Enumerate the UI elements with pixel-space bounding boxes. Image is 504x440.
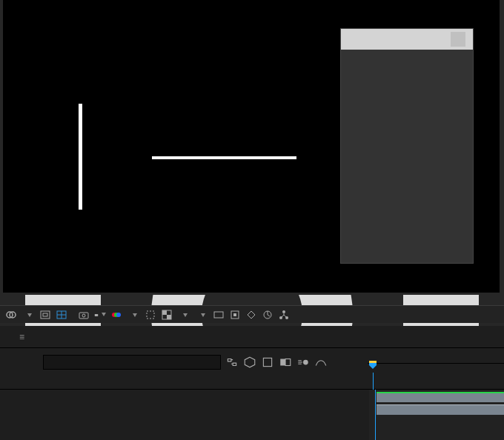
layer-search-input[interactable] bbox=[43, 355, 221, 370]
svg-rect-26 bbox=[369, 361, 377, 363]
svg-rect-22 bbox=[263, 358, 271, 366]
svg-rect-5 bbox=[79, 313, 88, 319]
snapshot-show-icon[interactable] bbox=[94, 309, 106, 321]
svg-point-25 bbox=[303, 360, 308, 365]
mask-toggle-icon[interactable] bbox=[5, 309, 17, 321]
viewer-footer-bar bbox=[0, 305, 504, 323]
timeline-tab-comp1[interactable] bbox=[0, 326, 15, 348]
svg-rect-14 bbox=[167, 315, 171, 319]
zoom-dropdown[interactable] bbox=[21, 310, 35, 319]
timeline-panel-menu-icon[interactable]: ≡ bbox=[19, 332, 24, 342]
timeline-link-icon[interactable] bbox=[262, 309, 273, 321]
svg-rect-3 bbox=[43, 313, 47, 316]
camera-dropdown[interactable] bbox=[177, 310, 190, 319]
shape-vertical-line bbox=[79, 104, 82, 210]
draft3d-icon[interactable] bbox=[243, 356, 256, 369]
share-view-icon[interactable] bbox=[213, 309, 225, 321]
svg-rect-11 bbox=[147, 311, 154, 319]
timeline-header bbox=[0, 348, 504, 376]
timeline-columns-header bbox=[0, 376, 504, 390]
composition-viewer bbox=[0, 0, 504, 295]
playhead-cti[interactable] bbox=[368, 361, 378, 377]
views-dropdown[interactable] bbox=[195, 310, 208, 319]
timeline-panel: ≡ bbox=[0, 326, 504, 440]
trim-pack-panel bbox=[340, 28, 474, 264]
timeline-tab-bar: ≡ bbox=[0, 326, 504, 348]
svg-rect-7 bbox=[95, 313, 99, 316]
svg-rect-23 bbox=[280, 359, 285, 366]
channel-icon[interactable] bbox=[110, 309, 122, 321]
frame-blend-icon[interactable] bbox=[279, 356, 292, 369]
fast-preview-icon[interactable] bbox=[245, 309, 257, 321]
svg-rect-2 bbox=[41, 311, 50, 319]
graph-editor-icon[interactable] bbox=[314, 356, 328, 369]
svg-rect-24 bbox=[285, 359, 291, 366]
safe-zones-icon[interactable] bbox=[39, 309, 51, 321]
time-ruler-area[interactable] bbox=[368, 348, 504, 376]
shape-horizontal-line bbox=[152, 156, 296, 159]
grid-icon[interactable] bbox=[56, 309, 67, 321]
svg-point-6 bbox=[82, 314, 85, 317]
svg-rect-17 bbox=[233, 313, 236, 316]
trim-pack-title-text bbox=[348, 29, 451, 50]
roi-icon[interactable] bbox=[145, 309, 156, 321]
pixel-aspect-icon[interactable] bbox=[229, 309, 241, 321]
trim-pack-titlebar[interactable] bbox=[341, 29, 473, 50]
trim-pack-tab-close[interactable] bbox=[451, 32, 465, 47]
motion-blur-icon[interactable] bbox=[296, 356, 310, 369]
timeline-track-area[interactable] bbox=[369, 390, 504, 440]
time-ruler[interactable] bbox=[368, 363, 504, 375]
layer-bar-2[interactable] bbox=[377, 404, 504, 415]
svg-rect-13 bbox=[162, 310, 167, 315]
svg-point-19 bbox=[282, 310, 285, 313]
comp-mini-flowchart-icon[interactable] bbox=[225, 356, 239, 369]
hide-shy-icon[interactable] bbox=[261, 356, 274, 369]
layer-bar-1[interactable] bbox=[377, 392, 504, 402]
flowchart-icon[interactable] bbox=[278, 309, 290, 321]
transparency-grid-icon[interactable] bbox=[161, 309, 173, 321]
cti-line[interactable] bbox=[375, 390, 376, 440]
snapshot-icon[interactable] bbox=[78, 309, 90, 321]
timeline-timecode-block[interactable] bbox=[0, 348, 43, 376]
resolution-dropdown[interactable] bbox=[127, 310, 140, 319]
svg-point-10 bbox=[116, 313, 121, 317]
svg-rect-15 bbox=[214, 312, 223, 318]
